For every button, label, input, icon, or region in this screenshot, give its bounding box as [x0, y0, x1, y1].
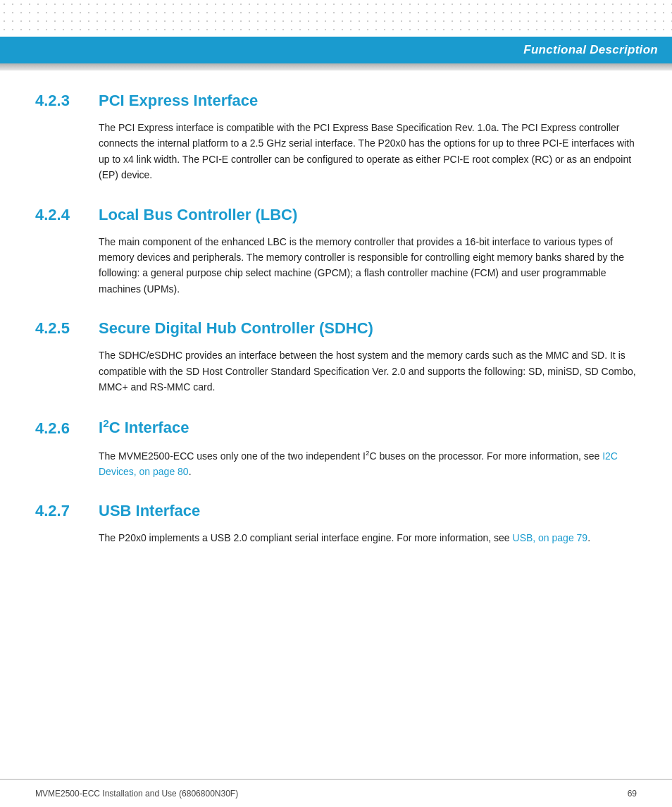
section-4-2-5-number: 4.2.5	[35, 319, 99, 338]
section-4-2-6-header: 4.2.6 I2C Interface	[35, 417, 637, 437]
section-4-2-4: 4.2.4 Local Bus Controller (LBC) The mai…	[35, 206, 637, 297]
section-4-2-6-suffix: C buses on the processor. For more infor…	[369, 450, 602, 461]
header-title-bar: Functional Description	[0, 37, 672, 63]
section-4-2-5-body: The SDHC/eSDHC provides an interface bet…	[99, 347, 637, 395]
footer: MVME2500-ECC Installation and Use (68068…	[0, 779, 672, 807]
section-4-2-4-title: Local Bus Controller (LBC)	[99, 206, 297, 224]
section-4-2-5: 4.2.5 Secure Digital Hub Controller (SDH…	[35, 319, 637, 395]
footer-left: MVME2500-ECC Installation and Use (68068…	[35, 789, 238, 799]
section-4-2-3-title: PCI Express Interface	[99, 92, 258, 110]
section-4-2-6-title: I2C Interface	[99, 417, 189, 437]
main-content: 4.2.3 PCI Express Interface The PCI Expr…	[0, 70, 672, 610]
section-4-2-5-header: 4.2.5 Secure Digital Hub Controller (SDH…	[35, 319, 637, 338]
section-4-2-6-end: .	[189, 466, 192, 477]
section-4-2-3: 4.2.3 PCI Express Interface The PCI Expr…	[35, 92, 637, 183]
section-4-2-5-title: Secure Digital Hub Controller (SDHC)	[99, 319, 373, 338]
header-title: Functional Description	[523, 43, 658, 57]
section-4-2-5-text: The SDHC/eSDHC provides an interface bet…	[99, 347, 637, 395]
section-4-2-4-text: The main component of the enhanced LBC i…	[99, 234, 637, 297]
section-4-2-7-body: The P20x0 implements a USB 2.0 compliant…	[99, 530, 637, 546]
section-4-2-7-text: The P20x0 implements a USB 2.0 compliant…	[99, 530, 637, 546]
section-4-2-7-prefix: The P20x0 implements a USB 2.0 compliant…	[99, 532, 513, 543]
i2c-superscript: 2	[103, 417, 109, 429]
header: Functional Description	[0, 0, 672, 63]
section-4-2-3-text: The PCI Express interface is compatible …	[99, 120, 637, 183]
usb-link[interactable]: USB, on page 79	[513, 532, 588, 543]
section-4-2-6: 4.2.6 I2C Interface The MVME2500-ECC use…	[35, 417, 637, 479]
footer-right: 69	[628, 789, 637, 799]
section-4-2-3-body: The PCI Express interface is compatible …	[99, 120, 637, 183]
section-4-2-7-title: USB Interface	[99, 502, 200, 520]
section-4-2-7-number: 4.2.7	[35, 502, 99, 520]
section-4-2-3-header: 4.2.3 PCI Express Interface	[35, 92, 637, 110]
sub-header-bar	[0, 63, 672, 70]
section-4-2-4-body: The main component of the enhanced LBC i…	[99, 234, 637, 297]
section-4-2-7-header: 4.2.7 USB Interface	[35, 502, 637, 520]
section-4-2-7-end: .	[587, 532, 590, 543]
section-4-2-6-body: The MVME2500-ECC uses only one of the tw…	[99, 448, 637, 479]
section-4-2-7: 4.2.7 USB Interface The P20x0 implements…	[35, 502, 637, 546]
section-4-2-6-text: The MVME2500-ECC uses only one of the tw…	[99, 448, 637, 479]
section-4-2-4-header: 4.2.4 Local Bus Controller (LBC)	[35, 206, 637, 224]
section-4-2-6-number: 4.2.6	[35, 419, 99, 438]
section-4-2-4-number: 4.2.4	[35, 206, 99, 224]
section-4-2-3-number: 4.2.3	[35, 92, 99, 110]
section-4-2-6-prefix: The MVME2500-ECC uses only one of the tw…	[99, 450, 366, 461]
